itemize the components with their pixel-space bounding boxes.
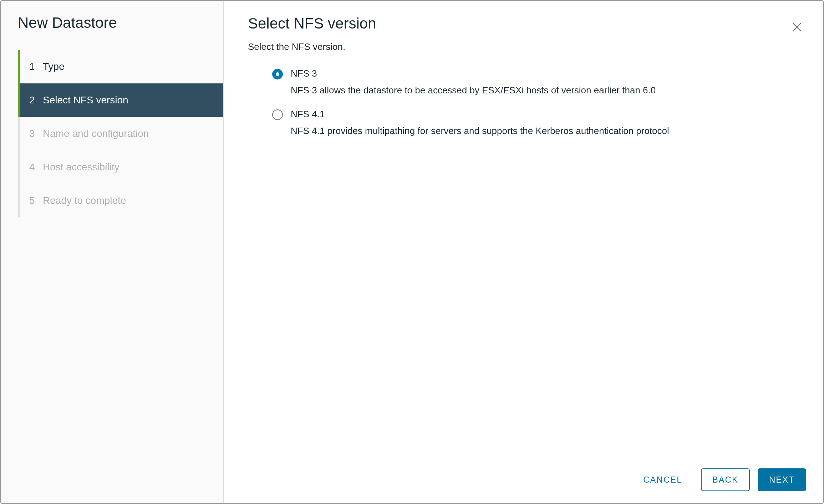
wizard-step-name-configuration: 3 Name and configuration	[18, 117, 223, 150]
option-description: NFS 3 allows the datastore to be accesse…	[291, 85, 775, 96]
wizard-steps: 1 Type 2 Select NFS version 3 Name and c…	[1, 50, 223, 217]
step-label: Host accessibility	[43, 161, 119, 173]
close-button[interactable]	[790, 20, 804, 34]
wizard-footer: CANCEL BACK NEXT	[224, 456, 823, 503]
wizard-step-type[interactable]: 1 Type	[18, 50, 223, 83]
wizard-step-ready-complete: 5 Ready to complete	[18, 184, 223, 217]
step-label: Type	[43, 61, 65, 72]
wizard-step-select-nfs-version[interactable]: 2 Select NFS version	[18, 83, 223, 117]
close-icon	[791, 21, 803, 33]
option-title[interactable]: NFS 3	[291, 68, 775, 79]
step-indicator-bar	[18, 150, 20, 184]
step-label: Name and configuration	[43, 128, 149, 139]
step-indicator-bar	[18, 184, 20, 217]
page-subtitle: Select the NFS version.	[248, 41, 799, 52]
step-indicator-bar	[18, 117, 20, 150]
step-label: Select NFS version	[43, 94, 128, 106]
step-indicator-bar	[18, 50, 20, 83]
step-label: Ready to complete	[43, 195, 126, 206]
option-body: NFS 4.1 NFS 4.1 provides multipathing fo…	[291, 109, 775, 137]
next-button[interactable]: NEXT	[758, 468, 806, 491]
option-nfs3: NFS 3 NFS 3 allows the datastore to be a…	[272, 68, 775, 96]
wizard-content: Select NFS version Select the NFS versio…	[224, 1, 823, 503]
cancel-button[interactable]: CANCEL	[632, 468, 693, 491]
step-number: 3	[29, 128, 43, 139]
back-button[interactable]: BACK	[701, 468, 750, 491]
option-title[interactable]: NFS 4.1	[291, 109, 775, 120]
step-number: 5	[29, 195, 43, 206]
wizard-title: New Datastore	[1, 14, 223, 50]
step-indicator-bar	[18, 83, 20, 117]
option-description: NFS 4.1 provides multipathing for server…	[291, 125, 775, 137]
wizard-sidebar: New Datastore 1 Type 2 Select NFS versio…	[1, 1, 224, 503]
content-header: Select NFS version Select the NFS versio…	[224, 1, 823, 149]
option-nfs41: NFS 4.1 NFS 4.1 provides multipathing fo…	[272, 109, 775, 137]
step-number: 1	[29, 61, 43, 72]
step-number: 2	[29, 94, 43, 106]
radio-nfs3[interactable]	[272, 69, 283, 79]
option-body: NFS 3 NFS 3 allows the datastore to be a…	[291, 68, 775, 96]
nfs-version-options: NFS 3 NFS 3 allows the datastore to be a…	[248, 68, 799, 137]
step-number: 4	[29, 161, 43, 173]
radio-nfs41[interactable]	[272, 109, 283, 120]
wizard-step-host-accessibility: 4 Host accessibility	[18, 150, 223, 184]
new-datastore-dialog: New Datastore 1 Type 2 Select NFS versio…	[0, 0, 824, 504]
page-title: Select NFS version	[248, 15, 799, 32]
